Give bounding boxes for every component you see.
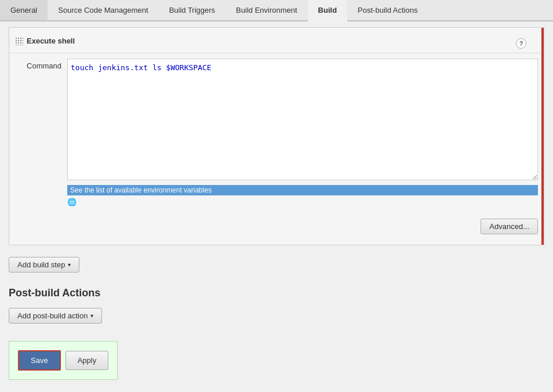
tab-build-environment[interactable]: Build Environment (225, 0, 308, 20)
save-button[interactable]: Save (18, 350, 61, 371)
tab-build-triggers[interactable]: Build Triggers (159, 0, 225, 20)
tab-scm[interactable]: Source Code Management (48, 0, 158, 20)
command-textarea[interactable]: touch jenkins.txt ls $WORKSPACE (67, 59, 538, 180)
post-build-section: Post-build Actions Add post-build action… (0, 281, 553, 332)
tab-general[interactable]: General (0, 0, 48, 20)
translate-icon[interactable]: 🌐 (67, 198, 79, 209)
main-content: Execute shell ? Command touch jenkins.tx… (0, 27, 553, 389)
post-build-title: Post-build Actions (9, 287, 544, 299)
add-post-build-area: Add post-build action ▾ (9, 305, 544, 326)
add-build-step-dropdown-arrow: ▾ (68, 262, 71, 268)
add-build-step-area: Add build step ▾ (0, 251, 553, 278)
add-post-build-dropdown-arrow: ▾ (90, 313, 93, 319)
add-build-step-button[interactable]: Add build step ▾ (9, 257, 79, 273)
tab-build[interactable]: Build (308, 0, 348, 21)
advanced-button-row: Advanced... (9, 214, 544, 239)
command-row: Command touch jenkins.txt ls $WORKSPACE … (9, 56, 544, 212)
add-post-build-action-button[interactable]: Add post-build action ▾ (9, 308, 102, 324)
command-label: Command (15, 59, 67, 70)
apply-button[interactable]: Apply (66, 351, 109, 370)
save-apply-area: Save Apply (9, 341, 118, 380)
execute-shell-section: Execute shell ? Command touch jenkins.tx… (9, 27, 544, 245)
section-title: Execute shell (27, 37, 75, 45)
tab-bar: General Source Code Management Build Tri… (0, 0, 553, 21)
advanced-button[interactable]: Advanced... (481, 219, 538, 234)
section-header: Execute shell ? (9, 34, 544, 50)
add-build-step-label: Add build step (17, 260, 65, 269)
section-divider (9, 53, 544, 53)
command-control-area: touch jenkins.txt ls $WORKSPACE See the … (67, 59, 538, 209)
section-delete-indicator (541, 28, 544, 245)
command-text: touch jenkins.txt ls $WORKSPACE (71, 63, 212, 72)
add-post-build-label: Add post-build action (17, 311, 88, 320)
help-icon[interactable]: ? (516, 38, 526, 49)
env-variables-link[interactable]: See the list of available environment va… (67, 185, 538, 195)
drag-handle-icon[interactable] (15, 37, 23, 45)
tab-post-build-actions[interactable]: Post-build Actions (347, 0, 428, 20)
